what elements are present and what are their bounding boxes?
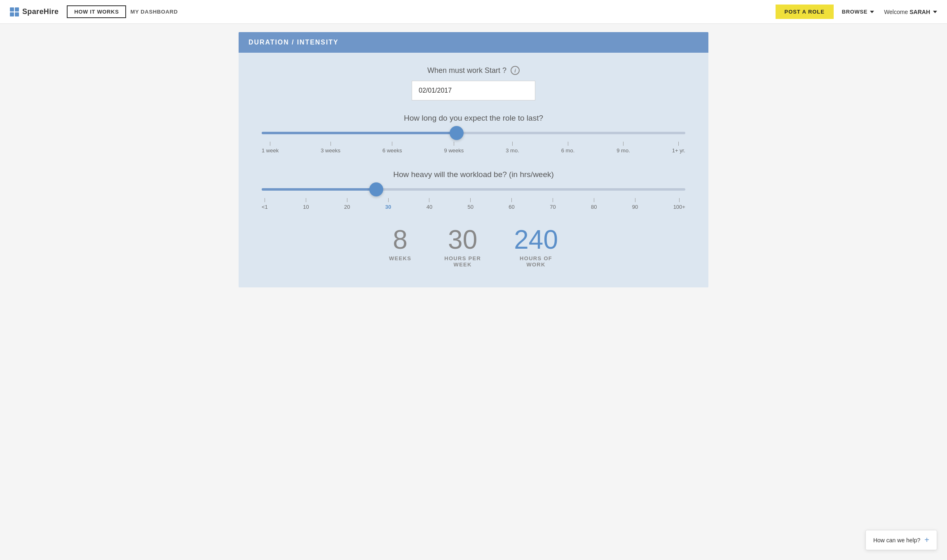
workload-slider-ticks: <1102030405060708090100+ bbox=[262, 198, 685, 210]
tick-item: 1+ yr. bbox=[672, 142, 685, 154]
tick-label: 40 bbox=[427, 204, 432, 210]
tick-item: 6 mo. bbox=[561, 142, 575, 154]
tick-item: 3 mo. bbox=[506, 142, 519, 154]
workload-slider-container: <1102030405060708090100+ bbox=[255, 188, 692, 210]
tick-item: 70 bbox=[550, 198, 556, 210]
tick-mark bbox=[679, 198, 680, 202]
help-plus-icon: + bbox=[924, 535, 929, 545]
navbar: SpareHire HOW IT WORKS MY DASHBOARD POST… bbox=[0, 0, 947, 24]
hours-per-week-summary: 30 HOURS PERWEEK bbox=[444, 226, 481, 268]
tick-label: <1 bbox=[262, 204, 268, 210]
tick-mark bbox=[331, 142, 331, 146]
tick-label: 80 bbox=[591, 204, 597, 210]
tick-label: 30 bbox=[385, 204, 391, 210]
tick-mark bbox=[635, 198, 635, 202]
tick-mark bbox=[454, 142, 454, 146]
main-content: DURATION / INTENSITY When must work Star… bbox=[0, 24, 947, 296]
tick-item: 9 mo. bbox=[616, 142, 630, 154]
tick-mark bbox=[306, 198, 306, 202]
tick-mark bbox=[623, 142, 624, 146]
tick-mark bbox=[568, 142, 568, 146]
tick-item: 1 week bbox=[262, 142, 279, 154]
post-role-button[interactable]: POST A ROLE bbox=[776, 5, 834, 19]
hours-per-week-value: 30 bbox=[448, 226, 477, 253]
tick-label: 1 week bbox=[262, 147, 279, 154]
tick-item: 90 bbox=[632, 198, 638, 210]
tick-item: 30 bbox=[385, 198, 391, 210]
start-date-label: When must work Start ? bbox=[427, 66, 506, 75]
tick-mark bbox=[678, 142, 679, 146]
tick-item: 6 weeks bbox=[382, 142, 402, 154]
summary-row: 8 WEEKS 30 HOURS PERWEEK 240 HOURS OFWOR… bbox=[255, 226, 692, 268]
weeks-unit: WEEKS bbox=[389, 255, 411, 261]
duration-slider-thumb[interactable] bbox=[450, 126, 464, 140]
start-date-input[interactable] bbox=[412, 81, 535, 100]
help-widget[interactable]: How can we help? + bbox=[865, 530, 937, 550]
tick-item: 80 bbox=[591, 198, 597, 210]
tick-label: 20 bbox=[344, 204, 350, 210]
tick-label: 3 mo. bbox=[506, 147, 519, 154]
user-dropdown-icon[interactable] bbox=[933, 11, 937, 13]
duration-slider-track[interactable] bbox=[262, 132, 685, 134]
start-date-label-row: When must work Start ? i bbox=[427, 66, 520, 75]
tick-item: <1 bbox=[262, 198, 268, 210]
tick-item: 9 weeks bbox=[444, 142, 464, 154]
workload-slider-track[interactable] bbox=[262, 188, 685, 191]
browse-button[interactable]: BROWSE bbox=[842, 9, 874, 15]
duration-slider-ticks: 1 week3 weeks6 weeks9 weeks3 mo.6 mo.9 m… bbox=[262, 142, 685, 154]
duration-slider-section: How long do you expect the role to last?… bbox=[255, 114, 692, 154]
logo-text: SpareHire bbox=[22, 7, 59, 16]
tick-item: 20 bbox=[344, 198, 350, 210]
start-date-group: When must work Start ? i bbox=[255, 66, 692, 100]
tick-mark bbox=[594, 198, 594, 202]
logo[interactable]: SpareHire bbox=[10, 7, 59, 16]
browse-chevron-icon bbox=[870, 11, 874, 13]
workload-slider-thumb[interactable] bbox=[369, 182, 383, 196]
hours-per-week-unit: HOURS PERWEEK bbox=[444, 255, 481, 268]
hours-of-work-value: 240 bbox=[514, 226, 558, 253]
my-dashboard-button[interactable]: MY DASHBOARD bbox=[130, 9, 178, 15]
tick-mark bbox=[392, 142, 392, 146]
tick-mark bbox=[265, 198, 265, 202]
tick-mark bbox=[429, 198, 429, 202]
tick-mark bbox=[511, 198, 512, 202]
tick-mark bbox=[347, 198, 347, 202]
tick-mark bbox=[512, 142, 513, 146]
how-it-works-button[interactable]: HOW IT WORKS bbox=[67, 5, 126, 18]
tick-item: 40 bbox=[427, 198, 432, 210]
tick-label: 70 bbox=[550, 204, 556, 210]
section-header: DURATION / INTENSITY bbox=[239, 32, 708, 53]
hours-of-work-unit: HOURS OFWORK bbox=[520, 255, 552, 268]
duration-slider-label: How long do you expect the role to last? bbox=[255, 114, 692, 123]
tick-label: 6 mo. bbox=[561, 147, 575, 154]
duration-slider-fill bbox=[262, 132, 457, 134]
workload-slider-fill bbox=[262, 188, 376, 191]
tick-label: 9 weeks bbox=[444, 147, 464, 154]
tick-mark bbox=[553, 198, 553, 202]
workload-slider-section: How heavy will the workload be? (in hrs/… bbox=[255, 170, 692, 210]
tick-label: 1+ yr. bbox=[672, 147, 685, 154]
tick-label: 90 bbox=[632, 204, 638, 210]
section-title: DURATION / INTENSITY bbox=[248, 39, 339, 46]
weeks-summary: 8 WEEKS bbox=[389, 226, 411, 268]
tick-label: 50 bbox=[468, 204, 474, 210]
welcome-text: Welcome SARAH bbox=[884, 9, 937, 15]
tick-item: 100+ bbox=[673, 198, 685, 210]
start-date-info-icon[interactable]: i bbox=[511, 66, 520, 75]
weeks-value: 8 bbox=[393, 226, 408, 253]
tick-mark bbox=[270, 142, 270, 146]
tick-mark bbox=[470, 198, 471, 202]
tick-mark bbox=[388, 198, 389, 202]
tick-item: 3 weeks bbox=[321, 142, 340, 154]
tick-label: 60 bbox=[509, 204, 514, 210]
logo-squares bbox=[10, 7, 19, 16]
help-label: How can we help? bbox=[873, 537, 920, 544]
section-body: When must work Start ? i How long do you… bbox=[239, 53, 708, 287]
tick-item: 50 bbox=[468, 198, 474, 210]
tick-label: 6 weeks bbox=[382, 147, 402, 154]
tick-label: 9 mo. bbox=[616, 147, 630, 154]
tick-item: 60 bbox=[509, 198, 514, 210]
hours-of-work-summary: 240 HOURS OFWORK bbox=[514, 226, 558, 268]
workload-slider-label: How heavy will the workload be? (in hrs/… bbox=[255, 170, 692, 179]
duration-intensity-card: DURATION / INTENSITY When must work Star… bbox=[239, 32, 708, 287]
